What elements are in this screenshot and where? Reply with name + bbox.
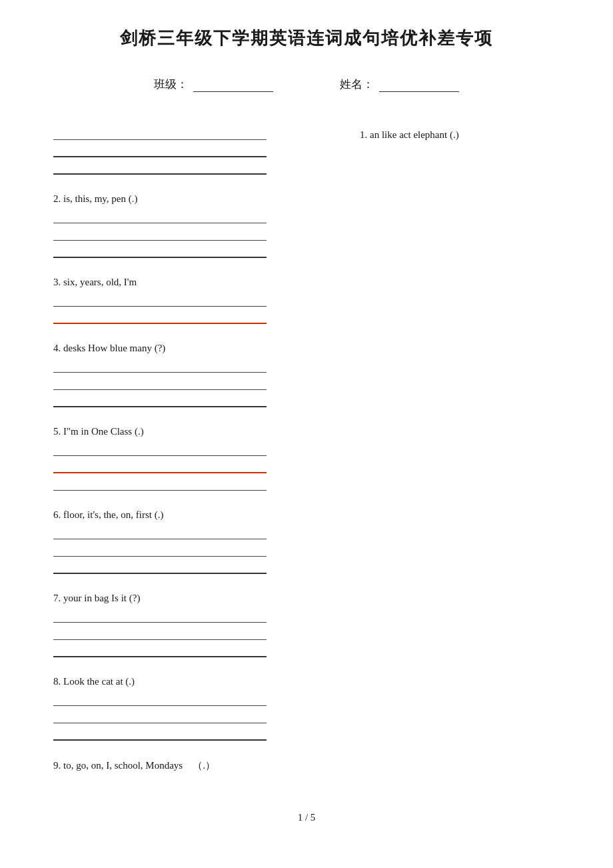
- question-text-3: 3. six, years, old, I'm: [53, 277, 560, 288]
- item1-left-lines: [53, 125, 360, 175]
- answer-lines-2: [53, 209, 267, 258]
- question-text-6: 6. floor, it's, the, on, first (.): [53, 509, 560, 521]
- answer-line[interactable]: [53, 143, 267, 157]
- name-field: 姓名：: [340, 77, 459, 92]
- question-block-3: 3. six, years, old, I'm: [53, 277, 560, 324]
- answer-lines-3: [53, 292, 267, 324]
- question-text-5: 5. I"m in One Class (.): [53, 426, 560, 437]
- class-field: 班级：: [154, 77, 273, 92]
- answer-line[interactable]: [53, 559, 267, 574]
- question-text-2: 2. is, this, my, pen (.): [53, 193, 560, 205]
- question-block-5: 5. I"m in One Class (.): [53, 426, 560, 491]
- question-text-4: 4. desks How blue many (?): [53, 343, 560, 354]
- answer-line[interactable]: [53, 476, 267, 491]
- question-text-8: 8. Look the cat at (.): [53, 676, 560, 687]
- answer-line-red[interactable]: [53, 459, 267, 473]
- answer-line[interactable]: [53, 441, 267, 456]
- answer-line[interactable]: [53, 625, 267, 640]
- name-underline[interactable]: [379, 77, 459, 92]
- question-block-9: 9. to, go, on, I, school, Mondays （.）: [53, 759, 560, 772]
- name-label: 姓名：: [340, 77, 374, 92]
- question-text-9: 9. to, go, on, I, school, Mondays （.）: [53, 759, 560, 772]
- answer-lines-8: [53, 691, 267, 741]
- answer-line[interactable]: [53, 709, 267, 723]
- answer-line[interactable]: [53, 726, 267, 741]
- answer-line[interactable]: [53, 209, 267, 223]
- class-label: 班级：: [154, 77, 188, 92]
- answer-line[interactable]: [53, 525, 267, 539]
- question-block-1: 1. an like act elephant (.): [53, 125, 560, 175]
- answer-line[interactable]: [53, 292, 267, 307]
- answer-line[interactable]: [53, 393, 267, 407]
- header-row: 班级： 姓名：: [53, 77, 560, 92]
- answer-line[interactable]: [53, 608, 267, 623]
- answer-lines-7: [53, 608, 267, 657]
- question-block-7: 7. your in bag Is it (?): [53, 593, 560, 657]
- answer-line[interactable]: [53, 643, 267, 657]
- answer-line[interactable]: [53, 691, 267, 706]
- question-block-6: 6. floor, it's, the, on, first (.): [53, 509, 560, 574]
- question-text-7: 7. your in bag Is it (?): [53, 593, 560, 604]
- answer-line[interactable]: [53, 160, 267, 175]
- answer-line-red[interactable]: [53, 309, 267, 324]
- item1-right: 1. an like act elephant (.): [360, 125, 560, 175]
- answer-line[interactable]: [53, 125, 267, 140]
- answer-lines-1-left: [53, 125, 267, 175]
- page-number: 1 / 5: [53, 812, 560, 823]
- answer-line[interactable]: [53, 542, 267, 557]
- answer-lines-6: [53, 525, 267, 574]
- answer-lines-4: [53, 358, 267, 407]
- question-text-1: 1. an like act elephant (.): [360, 123, 459, 140]
- page-title: 剑桥三年级下学期英语连词成句培优补差专项: [53, 27, 560, 50]
- answer-line[interactable]: [53, 375, 267, 390]
- answer-lines-5: [53, 441, 267, 491]
- class-underline[interactable]: [193, 77, 273, 92]
- question-block-2: 2. is, this, my, pen (.): [53, 193, 560, 258]
- question-block-4: 4. desks How blue many (?): [53, 343, 560, 407]
- answer-line[interactable]: [53, 226, 267, 241]
- question-block-8: 8. Look the cat at (.): [53, 676, 560, 741]
- answer-line[interactable]: [53, 358, 267, 373]
- answer-line[interactable]: [53, 243, 267, 258]
